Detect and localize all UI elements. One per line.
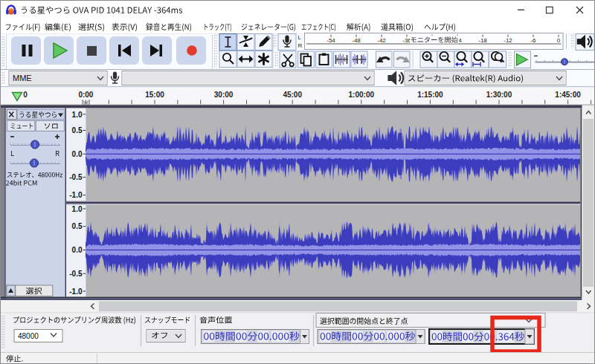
svg-text:-18: -18: [478, 37, 487, 44]
svg-text:-0.5: -0.5: [69, 270, 83, 278]
svg-text:0.5: 0.5: [72, 126, 83, 134]
svg-text:-6: -6: [530, 37, 536, 44]
svg-text:-48: -48: [352, 37, 361, 44]
svg-text:-0.5: -0.5: [69, 173, 83, 181]
svg-text:1:00:00: 1:00:00: [349, 91, 375, 99]
svg-text:1:15:00: 1:15:00: [417, 91, 443, 99]
svg-text:30:00: 30:00: [214, 91, 234, 99]
svg-text:1.0: 1.0: [72, 111, 83, 119]
svg-text:45:00: 45:00: [283, 91, 302, 99]
svg-text:0: 0: [557, 37, 561, 44]
svg-text:-42: -42: [377, 37, 386, 44]
svg-text:48000: 48000: [18, 332, 39, 340]
svg-text:-54: -54: [327, 37, 335, 44]
svg-text:0.0: 0.0: [72, 246, 83, 254]
svg-text:1:45:00: 1:45:00: [555, 91, 581, 99]
svg-text:MME: MME: [13, 74, 32, 82]
svg-text:0.0: 0.0: [72, 150, 83, 158]
svg-text:-12: -12: [504, 37, 512, 44]
svg-text:0:00: 0:00: [78, 91, 93, 99]
svg-text:15:00: 15:00: [145, 91, 164, 99]
svg-text:1:30:00: 1:30:00: [486, 91, 512, 99]
svg-text:1.0: 1.0: [72, 205, 83, 213]
svg-text:0.5: 0.5: [72, 222, 83, 230]
svg-text:-1.0: -1.0: [69, 191, 83, 199]
svg-text:L: L: [298, 34, 302, 41]
svg-text:R: R: [298, 42, 303, 49]
svg-text:-1.0: -1.0: [69, 287, 83, 296]
svg-text:0: 0: [23, 91, 28, 99]
